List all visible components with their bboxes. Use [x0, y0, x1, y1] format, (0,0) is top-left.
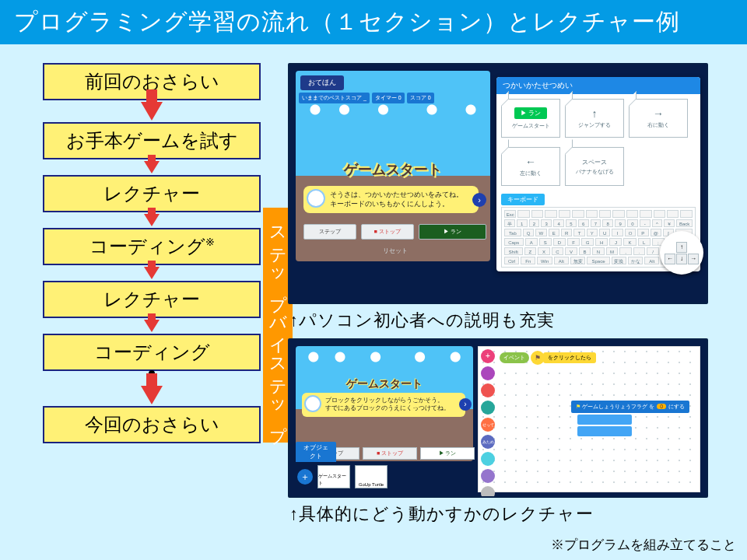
- run-button[interactable]: ▶ ラン: [419, 224, 486, 240]
- object-turtle[interactable]: GoUp Turtle: [355, 465, 388, 488]
- palette-settings[interactable]: せってい: [481, 418, 495, 432]
- screenshot-usage-guide: おてほん いままでのベストスコア _タイマー 0スコア 0 ゲームスタート そう…: [288, 63, 708, 304]
- game-start-title: ゲームスタート: [296, 160, 490, 179]
- palette-item[interactable]: [481, 366, 495, 380]
- screenshot-block-lecture: ゲームスタート ブロックをクリックしながらうごかそう。 すでにあるブロックのうえ…: [288, 338, 708, 498]
- arrow-right-icon: →: [653, 107, 664, 120]
- step-button[interactable]: ステップ: [303, 224, 356, 240]
- arrow-right-icon: →: [688, 254, 699, 264]
- arrow-down-icon: [144, 267, 160, 279]
- palette-item[interactable]: [481, 401, 495, 415]
- palette-plus-icon[interactable]: +: [481, 349, 495, 363]
- flow-step-coding-2: コーディング: [43, 334, 261, 371]
- footnote: ※プログラムを組み立てること: [551, 536, 736, 554]
- card-right[interactable]: →右に動く: [629, 99, 688, 138]
- arrow-down-icon: [141, 386, 163, 404]
- arrow-down-icon: ↓: [676, 254, 687, 264]
- flow-step-review-this: 今回のおさらい: [43, 406, 261, 443]
- block-palette: + せってい みため: [481, 349, 495, 498]
- usage-panel: つかいかたせつめい ▶ ランゲームスタート ↑ジャンプする →右に動く ←左に動…: [496, 77, 700, 271]
- reset-label[interactable]: リセット: [303, 247, 486, 255]
- arrow-down-icon: [144, 320, 160, 332]
- arrow-down-icon: [144, 214, 160, 226]
- flow-step-coding-1: コーディング※: [43, 228, 261, 265]
- card-space[interactable]: スペースバナナをなげる: [565, 147, 624, 186]
- object-gamestart[interactable]: ゲームスタート: [317, 465, 350, 488]
- palette-item[interactable]: [481, 486, 495, 498]
- flow-step-lecture-1: レクチャー: [43, 175, 261, 212]
- game-start-title: ゲームスタート: [296, 377, 473, 391]
- arrow-down-icon: [141, 102, 163, 121]
- palette-item[interactable]: [481, 452, 495, 466]
- tutor-bubble: そうさは、つかいかたせつめいをみてね。 キーボードのいちもかくにんしよう。 ›: [303, 186, 479, 213]
- arrow-left-icon: ←: [665, 254, 675, 264]
- block-slot[interactable]: [577, 426, 632, 436]
- clouds-decor: [296, 103, 490, 116]
- event-block[interactable]: イベント ⚑ をクリックしたら: [500, 351, 596, 365]
- caption-shot1: ↑パソコン初心者への説明も充実: [289, 309, 724, 332]
- block-slot[interactable]: [577, 415, 632, 425]
- flow-step-try-game: お手本ゲームを試す: [43, 122, 261, 159]
- card-left[interactable]: ←左に動く: [501, 147, 560, 186]
- palette-item[interactable]: [481, 469, 495, 483]
- palette-item[interactable]: [481, 383, 495, 397]
- sample-tab[interactable]: おてほん: [300, 75, 344, 90]
- tutor-bubble: ブロックをクリックしながらうごかそう。 すでにあるブロックのうえにくっつけてね。…: [302, 393, 465, 417]
- keyboard-heading: キーボード: [501, 194, 545, 205]
- stop-button[interactable]: ■ ストップ: [361, 224, 414, 240]
- score-bar: いままでのベストスコア _タイマー 0スコア 0: [299, 93, 434, 103]
- arrow-left-icon: ←: [525, 156, 536, 168]
- avatar-icon: [307, 189, 325, 208]
- arrow-up-icon: ↑: [676, 242, 687, 253]
- flow-step-lecture-2: レクチャー: [43, 281, 261, 318]
- arrow-down-icon: [144, 161, 160, 173]
- add-object-button[interactable]: ＋: [297, 469, 313, 485]
- clouds-decor: [296, 351, 473, 363]
- page-title: プログラミング学習の流れ（１セクション）とレクチャー例: [0, 0, 747, 44]
- next-icon[interactable]: ›: [459, 398, 472, 411]
- card-jump[interactable]: ↑ジャンプする: [565, 99, 624, 138]
- set-flag-block[interactable]: ⚑ ゲームしょうりょうフラグ を 0 にする: [571, 401, 689, 438]
- avatar-icon: [304, 395, 321, 412]
- card-run[interactable]: ▶ ランゲームスタート: [501, 99, 560, 138]
- block-canvas[interactable]: + せってい みため イベント ⚑ をクリックしたら ⚑ ゲームしょうりょう: [478, 346, 700, 492]
- palette-view[interactable]: みため: [481, 435, 495, 449]
- next-icon[interactable]: ›: [472, 193, 486, 207]
- learning-flow: 前回のおさらい お手本ゲームを試す レクチャー コーディング※ レクチャー コー…: [31, 63, 272, 526]
- usage-panel-title: つかいかたせつめい: [496, 77, 700, 94]
- arrow-up-icon: ↑: [592, 107, 598, 120]
- object-tab[interactable]: オブジェクト: [296, 442, 336, 462]
- caption-shot2: ↑具体的にどう動かすかのレクチャー: [289, 502, 724, 526]
- arrow-keys-callout: ↑ ←↓→: [660, 231, 703, 275]
